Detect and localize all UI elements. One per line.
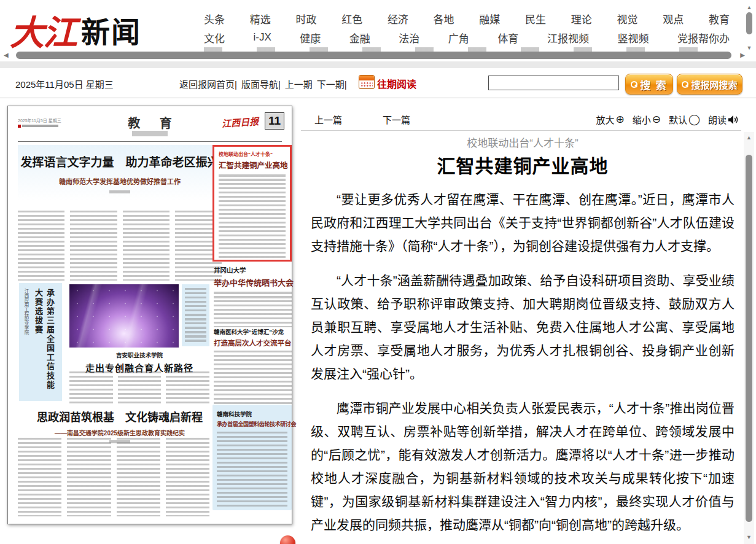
thumb-article-org: 吉安职业技术学院 <box>69 351 209 359</box>
nav-scrollbar[interactable]: ▲ ▼ <box>744 4 754 51</box>
default-size-label: 默认 <box>669 113 687 126</box>
article-toolbar: 上一篇 下一篇 放大 ⊕ 缩小 ⊖ 默认 ◯ 朗读 <box>301 109 741 131</box>
simulated-text <box>219 174 286 259</box>
article-scrollbar-thumb[interactable] <box>746 155 752 522</box>
logo-text-black: 新闻 <box>81 9 141 51</box>
site-logo[interactable]: 大江 新闻 <box>10 2 141 47</box>
article-paragraph: “人才十条”涵盖薪酬待遇叠加政策、给予自设科研项目资助、享受业绩互认政策、给予职… <box>311 269 735 386</box>
speaker-icon <box>728 115 739 125</box>
thumb-article-gannan-tech[interactable]: 赣南科技学院 承办首届全国塑料齿轮技术研讨会 <box>212 405 292 510</box>
nav-scrollbar-thumb[interactable] <box>746 12 752 34</box>
thumb-lead-byline <box>109 190 130 193</box>
thumb-article-title: 承办第三届全国工信技能大赛选拔赛 <box>33 289 56 395</box>
paper-nav-link[interactable]: 返回报网首页| <box>179 77 237 90</box>
nav-item[interactable]: 头条 <box>204 11 225 26</box>
main-nav: 头条精选时政红色经济各地融媒民生理论视觉观点教育 文化i-JX健康金融法治广角体… <box>204 10 730 46</box>
nav-item[interactable]: 竖视频 <box>617 30 649 45</box>
article-title: 汇智共建铜产业高地 <box>310 151 735 178</box>
horizontal-scrollbar-thumb[interactable] <box>16 52 731 59</box>
nav-item[interactable]: 党报帮你办 <box>677 30 730 45</box>
thumb-article-org: 赣南科技学院 <box>217 410 287 418</box>
simulated-text <box>214 351 292 405</box>
zoom-out-button[interactable]: 缩小 ⊖ <box>633 113 661 126</box>
logo-text-red: 大江 <box>10 5 76 55</box>
paper-nav-link[interactable]: 版面导航| <box>241 77 281 90</box>
thumb-lead-subtitle: 赣南师范大学发挥基地优势做好推普工作 <box>18 176 222 186</box>
newspaper-page-thumbnail[interactable]: 2025年11月5日 星期三 教 育 江西日报 11 发挥语言文字力量 助力革命… <box>7 106 292 524</box>
nav-item[interactable]: 红色 <box>341 11 362 26</box>
scroll-up-icon[interactable]: ▲ <box>744 4 754 10</box>
thumb-masthead-rule <box>18 141 282 142</box>
thumb-article-title: 承办首届全国塑料齿轮技术研讨会 <box>217 420 287 428</box>
scroll-down-icon[interactable]: ▼ <box>744 534 754 540</box>
search-button[interactable]: 搜 索 <box>625 74 673 95</box>
thumb-highlight-kicker: 校地联动出台“人才十条” <box>219 150 286 157</box>
search-input[interactable] <box>488 76 619 90</box>
thumb-lead-article[interactable]: 发挥语言文字力量 助力革命老区振兴 赣南师范大学发挥基地优势做好推普工作 <box>18 145 222 208</box>
thumb-article-title: 举办中华传统晒书大会 <box>214 276 292 288</box>
thumb-highlight-title: 汇智共建铜产业高地 <box>219 159 286 171</box>
nav-item[interactable]: 理论 <box>571 11 592 26</box>
nav-item[interactable]: 视觉 <box>617 11 637 26</box>
thumb-article-title: 思政润苗筑根基 文化铸魂启新程 <box>18 408 222 424</box>
nav-item[interactable]: 融媒 <box>479 11 500 26</box>
thumb-article-org: 井冈山大学 <box>214 265 292 274</box>
article-scrollbar[interactable]: ▲ ▼ <box>744 132 754 544</box>
simulated-text <box>185 288 206 343</box>
scroll-up-icon[interactable]: ▲ <box>744 134 754 141</box>
thumb-article-org: 江西应用工程职业学院 <box>23 289 29 395</box>
simulated-text <box>214 292 292 327</box>
site-search-button-label: 搜报网搜索 <box>691 78 737 91</box>
nav-item[interactable]: 健康 <box>300 30 321 45</box>
nav-item[interactable]: 广角 <box>448 30 469 45</box>
previous-article-link[interactable]: 上一篇 <box>314 113 342 126</box>
nav-item[interactable]: 法治 <box>399 30 419 45</box>
nav-item[interactable]: i-JX <box>254 31 271 44</box>
nav-item[interactable]: 观点 <box>663 11 684 26</box>
read-aloud-button[interactable]: 朗读 <box>708 113 739 126</box>
current-date: 2025年11月05日 星期三 <box>15 77 114 90</box>
scroll-down-icon[interactable]: ▼ <box>744 45 754 51</box>
thumb-stage-photo[interactable] <box>69 284 179 348</box>
horizontal-scrollbar[interactable]: ◀ ▶ <box>4 51 752 60</box>
paper-nav-link[interactable]: 下一期| <box>317 77 347 90</box>
article-body: “要让更多优秀人才留在鹰潭、干在鹰潭、创在鹰潭。”近日，鹰潭市人民政府和江西理工… <box>311 188 735 544</box>
nav-item[interactable]: 文化 <box>204 30 225 45</box>
zoom-in-label: 放大 <box>596 113 614 126</box>
nav-row-2: 文化i-JX健康金融法治广角体育江报视频竖视频党报帮你办 <box>204 29 730 46</box>
thumb-article-gannan-medical[interactable]: 赣南医科大学“近博汇”沙龙 打造高层次人才交流平台 <box>214 327 292 405</box>
simulated-text <box>217 432 287 507</box>
zoom-in-button[interactable]: 放大 ⊕ <box>596 113 624 126</box>
paper-nav-link[interactable]: 上一期 <box>285 77 313 90</box>
thumb-text-columns <box>69 371 209 406</box>
date-toolbar: 2025年11月05日 星期三 返回报网首页|版面导航|上一期下一期| 往期阅读… <box>0 68 756 98</box>
thumb-article-jinggangshan[interactable]: 井冈山大学 举办中华传统晒书大会 <box>214 265 292 327</box>
scroll-left-icon[interactable]: ◀ <box>4 52 9 58</box>
page: 大江 新闻 头条精选时政红色经济各地融媒民生理论视觉观点教育 文化i-JX健康金… <box>0 0 756 544</box>
nav-item[interactable]: 江报视频 <box>547 30 589 45</box>
nav-item[interactable]: 各地 <box>434 11 454 26</box>
article-paragraph: 鹰潭市铜产业发展中心相关负责人张爱民表示，“人才十条”推出岗位晋级、双聘互认、房… <box>311 397 735 537</box>
nav-item[interactable]: 民生 <box>525 11 546 26</box>
calendar-icon[interactable] <box>359 75 375 89</box>
site-search-button[interactable]: 搜报网搜索 <box>677 74 742 95</box>
thumb-paper-name: 江西日报 <box>221 114 259 130</box>
nav-item[interactable]: 时政 <box>295 11 316 26</box>
thumb-highlighted-article[interactable]: 校地联动出台“人才十条” 汇智共建铜产业高地 <box>212 145 292 262</box>
scroll-right-icon[interactable]: ▶ <box>740 52 745 58</box>
article-kicker: 校地联动出台“人才十条” <box>310 134 735 150</box>
nav-item[interactable]: 体育 <box>497 30 518 45</box>
thumb-article-skills-contest[interactable]: 江西应用工程职业学院 承办第三届全国工信技能大赛选拔赛 <box>19 283 62 401</box>
nav-item[interactable]: 经济 <box>388 11 408 26</box>
archive-link[interactable]: 往期阅读 <box>377 76 416 91</box>
thumb-section-ornament <box>132 131 168 136</box>
paper-nav-links: 返回报网首页|版面导航|上一期下一期| <box>179 77 347 90</box>
thumb-article-jian[interactable]: 吉安职业技术学院 走出专创融合育人新路径 <box>69 351 209 374</box>
nav-item[interactable]: 金融 <box>349 30 370 45</box>
nav-item[interactable]: 教育 <box>709 11 730 26</box>
default-size-button[interactable]: 默认 ◯ <box>669 113 700 126</box>
nav-item[interactable]: 精选 <box>250 11 271 26</box>
floating-red-button[interactable] <box>280 535 295 544</box>
next-article-link[interactable]: 下一篇 <box>383 113 410 126</box>
thumb-article-title: 打造高层次人才交流平台 <box>214 338 292 348</box>
